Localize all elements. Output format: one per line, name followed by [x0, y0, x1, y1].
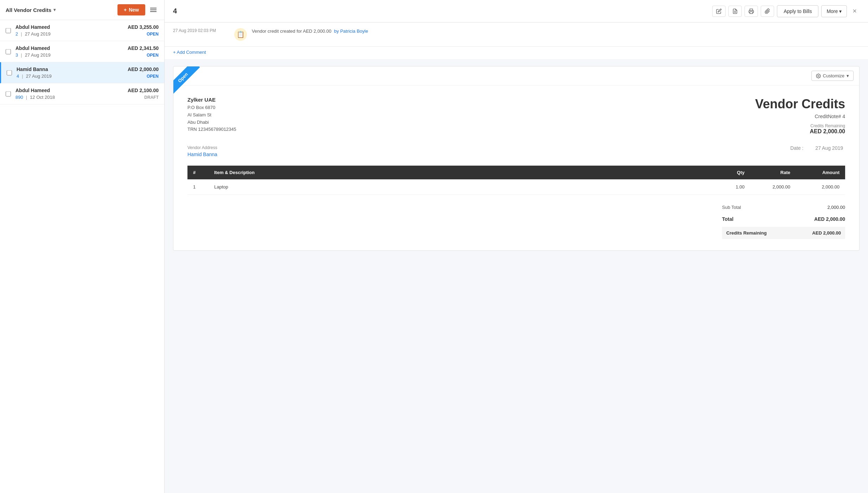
- separator: |: [26, 95, 27, 100]
- chevron-down-icon: ▾: [839, 8, 842, 14]
- customize-chevron: ▾: [847, 73, 849, 78]
- subtotal-value: 2,000.00: [827, 205, 845, 210]
- vendor-date: 27 Aug 2019: [26, 73, 52, 79]
- row-qty: 1.00: [715, 179, 750, 195]
- company-name: Zylker UAE: [187, 97, 236, 103]
- row-description: Laptop: [209, 179, 715, 195]
- totals-section: Sub Total 2,000.00 Total AED 2,000.00 Cr…: [187, 202, 845, 239]
- vendor-date: 27 Aug 2019: [25, 31, 51, 37]
- row-rate: 2,000.00: [750, 179, 796, 195]
- separator: |: [22, 73, 23, 79]
- vendor-name: Hamid Banna: [17, 66, 48, 72]
- vendor-meta: 2 | 27 Aug 2019: [15, 31, 51, 37]
- date-label: Date :: [790, 145, 803, 151]
- pdf-button[interactable]: [728, 6, 742, 17]
- vendor-date: 27 Aug 2019: [25, 52, 51, 58]
- date-value: 27 Aug 2019: [815, 145, 843, 151]
- col-qty: Qty: [715, 166, 750, 179]
- print-button[interactable]: [745, 6, 758, 17]
- vendor-item-bottom: 3 | 27 Aug 2019 OPEN: [15, 52, 159, 58]
- vendor-checkbox[interactable]: [7, 70, 12, 75]
- company-info: Zylker UAE P.O Box 6870 Al Salam St Abu …: [187, 97, 236, 133]
- plus-icon: +: [124, 7, 127, 13]
- sidebar: All Vendor Credits ▾ + New Ab: [0, 0, 165, 493]
- company-po-box: P.O Box 6870: [187, 104, 236, 111]
- doc-header: Zylker UAE P.O Box 6870 Al Salam St Abu …: [187, 97, 845, 135]
- company-city: Abu Dhabi: [187, 119, 236, 126]
- edit-button[interactable]: [712, 6, 726, 17]
- apply-to-bills-button[interactable]: Apply to Bills: [777, 5, 818, 17]
- activity-message: Vendor credit created for AED 2,000.00 b…: [252, 28, 368, 34]
- vendor-checkbox[interactable]: [6, 49, 11, 54]
- vendor-amount: AED 2,100.00: [128, 88, 159, 93]
- separator: |: [21, 52, 22, 58]
- vendor-item-top: Abdul Hameed AED 2,100.00: [15, 88, 159, 93]
- vendor-checkbox[interactable]: [6, 28, 11, 33]
- total-value: AED 2,000.00: [814, 216, 845, 222]
- list-item[interactable]: Abdul Hameed AED 2,341.50 3 | 27 Aug 201…: [0, 41, 164, 62]
- add-comment-link[interactable]: + Add Comment: [165, 47, 868, 59]
- more-label: More: [826, 8, 838, 14]
- total-label: Total: [722, 216, 733, 222]
- total-row: Total AED 2,000.00: [722, 213, 845, 225]
- menu-line-2: [150, 9, 157, 10]
- vendor-amount: AED 2,341.50: [128, 45, 159, 51]
- menu-line-1: [150, 8, 157, 8]
- vendor-date: 12 Oct 2018: [30, 95, 55, 100]
- credits-remaining-footer-value: AED 2,000.00: [812, 230, 841, 236]
- col-num: #: [187, 166, 209, 179]
- vendor-status: DRAFT: [144, 95, 159, 100]
- vendor-name: Abdul Hameed: [15, 45, 50, 51]
- vendor-id[interactable]: 4: [17, 73, 19, 79]
- vendor-id[interactable]: 890: [15, 95, 23, 100]
- vendor-meta: 4 | 27 Aug 2019: [17, 73, 52, 79]
- separator: |: [21, 31, 22, 37]
- document-body: Zylker UAE P.O Box 6870 Al Salam St Abu …: [173, 85, 859, 250]
- close-button[interactable]: ×: [850, 6, 860, 17]
- chevron-down-icon: ▾: [53, 7, 56, 12]
- activity-content-left: 27 Aug 2019 02:03 PM: [173, 28, 229, 33]
- vendor-address-section: Vendor Address Hamid Banna Date : 27 Aug…: [187, 145, 845, 157]
- main-content: 4: [165, 0, 868, 493]
- menu-line-3: [150, 11, 157, 12]
- vendor-item-bottom: 890 | 12 Oct 2018 DRAFT: [15, 95, 159, 100]
- credits-remaining-footer-label: Credits Remaining: [726, 230, 767, 236]
- vendor-status: OPEN: [147, 53, 159, 58]
- sidebar-title[interactable]: All Vendor Credits ▾: [6, 7, 56, 13]
- vendor-address-block: Vendor Address Hamid Banna: [187, 145, 217, 157]
- customize-bar: Customize ▾: [173, 66, 859, 85]
- vendor-name: Abdul Hameed: [15, 88, 50, 93]
- vendor-item-top: Abdul Hameed AED 3,255.00: [15, 24, 159, 30]
- vendor-name: Abdul Hameed: [15, 24, 50, 30]
- list-item[interactable]: Hamid Banna AED 2,000.00 4 | 27 Aug 2019…: [0, 62, 164, 83]
- activity-icon: 📋: [234, 28, 247, 41]
- new-button[interactable]: + New: [117, 4, 145, 15]
- vendor-item-bottom: 4 | 27 Aug 2019 OPEN: [17, 73, 159, 79]
- more-button[interactable]: More ▾: [821, 5, 847, 17]
- svg-point-3: [818, 75, 819, 77]
- document-card: Open Customize ▾ Zylke: [173, 66, 860, 251]
- svg-rect-2: [750, 12, 753, 13]
- list-item[interactable]: Abdul Hameed AED 3,255.00 2 | 27 Aug 201…: [0, 20, 164, 41]
- new-button-label: New: [129, 7, 139, 13]
- vendor-address-name[interactable]: Hamid Banna: [187, 152, 217, 157]
- col-rate: Rate: [750, 166, 796, 179]
- table-row: 1 Laptop 1.00 2,000.00 2,000.00: [187, 179, 845, 195]
- attach-button[interactable]: [761, 6, 774, 17]
- list-item[interactable]: Abdul Hameed AED 2,100.00 890 | 12 Oct 2…: [0, 83, 164, 104]
- record-number: 4: [173, 7, 177, 15]
- vendor-checkbox[interactable]: [6, 91, 11, 96]
- vendor-id[interactable]: 2: [15, 31, 18, 37]
- credits-remaining-label: Credits Remaining: [755, 123, 845, 128]
- activity-timestamp: 27 Aug 2019 02:03 PM: [173, 28, 229, 33]
- vendor-item-top: Hamid Banna AED 2,000.00: [17, 66, 159, 72]
- vendor-id[interactable]: 3: [15, 52, 18, 58]
- vendor-list: Abdul Hameed AED 3,255.00 2 | 27 Aug 201…: [0, 20, 164, 493]
- vendor-amount: AED 2,000.00: [128, 66, 159, 72]
- table-header: # Item & Description Qty Rate Amount: [187, 166, 845, 179]
- menu-icon-button[interactable]: [148, 5, 159, 15]
- credits-remaining-row: Credits Remaining AED 2,000.00: [722, 227, 845, 239]
- customize-button[interactable]: Customize ▾: [811, 71, 854, 81]
- customize-label: Customize: [823, 73, 844, 78]
- doc-title: Vendor Credits: [755, 97, 845, 111]
